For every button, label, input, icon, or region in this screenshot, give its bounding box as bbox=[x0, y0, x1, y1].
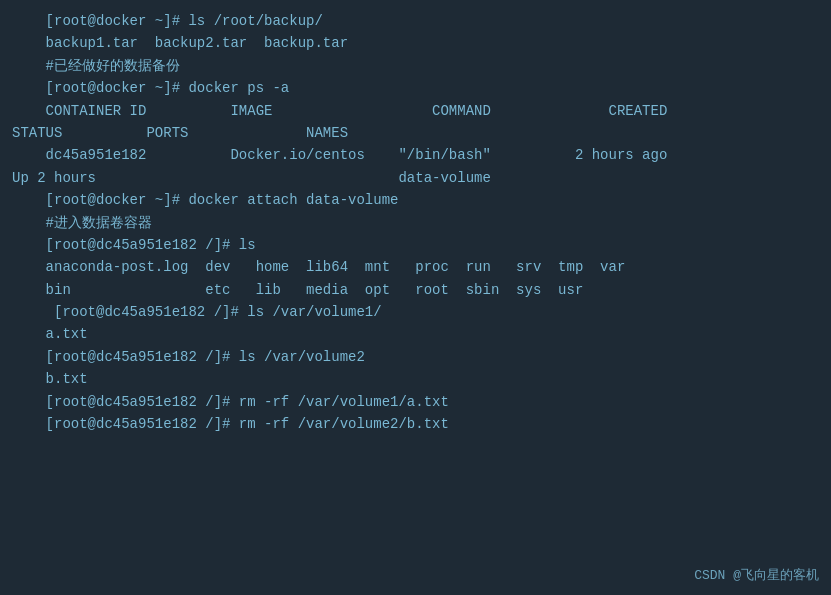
terminal-line-8: Up 2 hours data-volume bbox=[12, 167, 819, 189]
terminal-line-3: #已经做好的数据备份 bbox=[12, 55, 819, 77]
watermark-label: CSDN @飞向星的客机 bbox=[694, 566, 819, 587]
terminal-line-7: dc45a951e182 Docker.io/centos "/bin/bash… bbox=[12, 144, 819, 166]
terminal-line-1: [root@docker ~]# ls /root/backup/ bbox=[12, 10, 819, 32]
terminal-line-18: [root@dc45a951e182 /]# rm -rf /var/volum… bbox=[12, 391, 819, 413]
terminal-line-4: [root@docker ~]# docker ps -a bbox=[12, 77, 819, 99]
terminal-window: [root@docker ~]# ls /root/backup/ backup… bbox=[0, 0, 831, 595]
terminal-line-13: bin etc lib media opt root sbin sys usr bbox=[12, 279, 819, 301]
terminal-line-12: anaconda-post.log dev home lib64 mnt pro… bbox=[12, 256, 819, 278]
terminal-line-9: [root@docker ~]# docker attach data-volu… bbox=[12, 189, 819, 211]
terminal-line-10: #进入数据卷容器 bbox=[12, 212, 819, 234]
terminal-line-5: CONTAINER ID IMAGE COMMAND CREATED bbox=[12, 100, 819, 122]
terminal-output: [root@docker ~]# ls /root/backup/ backup… bbox=[12, 10, 819, 435]
terminal-line-6: STATUS PORTS NAMES bbox=[12, 122, 819, 144]
terminal-line-19: [root@dc45a951e182 /]# rm -rf /var/volum… bbox=[12, 413, 819, 435]
terminal-line-17: b.txt bbox=[12, 368, 819, 390]
terminal-line-15: a.txt bbox=[12, 323, 819, 345]
terminal-line-11: [root@dc45a951e182 /]# ls bbox=[12, 234, 819, 256]
terminal-line-14: [root@dc45a951e182 /]# ls /var/volume1/ bbox=[12, 301, 819, 323]
terminal-line-16: [root@dc45a951e182 /]# ls /var/volume2 bbox=[12, 346, 819, 368]
terminal-line-2: backup1.tar backup2.tar backup.tar bbox=[12, 32, 819, 54]
